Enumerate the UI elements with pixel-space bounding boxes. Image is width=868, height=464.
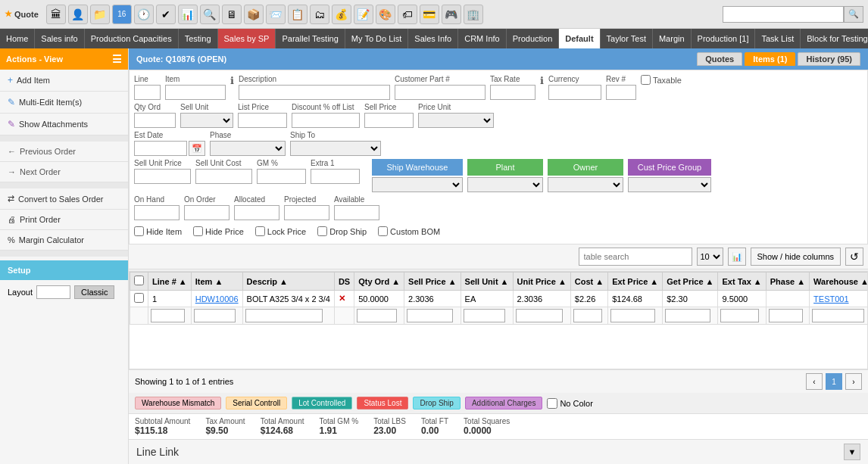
icon-building[interactable]: 🏢 (464, 5, 483, 24)
tab-taylor-test[interactable]: Taylor Test (601, 29, 653, 48)
search-get-price-input[interactable] (665, 309, 710, 322)
search-phase-input[interactable] (769, 309, 803, 322)
ship-warehouse-select[interactable] (372, 177, 463, 192)
customer-part-input[interactable] (395, 85, 486, 100)
icon-mail[interactable]: 📨 (266, 5, 286, 24)
rev-input[interactable] (606, 85, 636, 100)
icon-files[interactable]: 🗂 (310, 5, 329, 24)
icon-clock[interactable]: 🕐 (134, 5, 154, 24)
sell-price-input[interactable] (364, 113, 414, 128)
col-qty-ord[interactable]: Qty Ord ▲ (354, 272, 404, 291)
line-link-chevron-button[interactable]: ▼ (844, 444, 860, 460)
tab-quotes[interactable]: Quotes (697, 52, 742, 66)
icon-tag[interactable]: 🏷 (398, 5, 417, 24)
sell-unit-price-input[interactable] (134, 169, 191, 184)
gm-pct-input[interactable] (257, 169, 306, 184)
sell-unit-cost-input[interactable] (195, 169, 252, 184)
icon-bank[interactable]: 🏛 (46, 5, 66, 24)
tax-rate-input[interactable] (490, 85, 535, 100)
icon-monitor[interactable]: 🖥 (222, 5, 242, 24)
search-item-input[interactable] (194, 309, 236, 322)
tab-crm-info[interactable]: CRM Info (458, 29, 506, 48)
sidebar-show-attachments[interactable]: ✎ Show Attachments (0, 114, 128, 135)
search-line-input[interactable] (151, 309, 185, 322)
prev-page-button[interactable]: ‹ (806, 373, 823, 390)
page-1-button[interactable]: 1 (826, 373, 842, 390)
owner-button[interactable]: Owner (548, 159, 623, 176)
tab-block-for-testing[interactable]: Block for Testing (801, 29, 868, 48)
sidebar-previous-order[interactable]: ← Previous Order (0, 142, 128, 162)
col-ext-price[interactable]: Ext Price ▲ (608, 272, 663, 291)
plant-select[interactable] (467, 177, 543, 192)
col-sell-price[interactable]: Sell Price ▲ (404, 272, 461, 291)
search-ext-tax-input[interactable] (720, 309, 759, 322)
col-line-num[interactable]: Line # ▲ (148, 272, 192, 291)
hide-item-checkbox[interactable] (134, 226, 144, 236)
col-item[interactable]: Item ▲ (191, 272, 242, 291)
no-color-checkbox[interactable] (547, 398, 557, 409)
icon-money[interactable]: 💰 (332, 5, 351, 24)
col-cost[interactable]: Cost ▲ (570, 272, 607, 291)
ship-warehouse-button[interactable]: Ship Warehouse (372, 159, 463, 176)
ship-to-select[interactable] (290, 141, 381, 156)
search-ext-price-input[interactable] (610, 309, 655, 322)
show-hide-columns-button[interactable]: Show / hide columns (751, 248, 841, 266)
sidebar-add-item[interactable]: + Add Item (0, 70, 128, 92)
search-warehouse-input[interactable] (812, 309, 864, 322)
col-phase[interactable]: Phase ▲ (766, 272, 809, 291)
tab-parallel-testing[interactable]: Parallel Testing (276, 29, 345, 48)
icon-clipboard[interactable]: 📋 (288, 5, 308, 24)
rows-per-page-select[interactable]: 10 25 50 (697, 248, 723, 266)
icon-16[interactable]: 16 (112, 5, 132, 24)
line-input[interactable] (134, 85, 161, 100)
cust-price-group-button[interactable]: Cust Price Group (628, 159, 711, 176)
tab-task-list[interactable]: Task List (755, 29, 801, 48)
row-ds[interactable]: ✕ (334, 291, 354, 307)
search-cost-input[interactable] (573, 309, 602, 322)
sidebar-next-order[interactable]: → Next Order (0, 162, 128, 182)
row-checkbox[interactable] (134, 293, 144, 303)
tab-sales-by-sp[interactable]: Sales by SP (218, 29, 276, 48)
row-warehouse-link[interactable]: TEST001 (810, 291, 868, 307)
col-sell-unit[interactable]: Sell Unit ▲ (461, 272, 513, 291)
global-search-button[interactable]: 🔍 (844, 6, 863, 23)
layout-input[interactable] (36, 285, 70, 299)
tab-default[interactable]: Default (559, 29, 600, 48)
sidebar-multi-edit[interactable]: ✎ Multi-Edit Item(s) (0, 92, 128, 114)
row-item-link[interactable]: HDW10006 (191, 291, 242, 307)
sidebar-menu-icon[interactable]: ☰ (112, 53, 122, 65)
icon-user[interactable]: 👤 (68, 5, 88, 24)
lock-price-checkbox[interactable] (255, 226, 265, 236)
refresh-button[interactable]: ↺ (845, 248, 863, 266)
excel-export-icon[interactable]: 📊 (728, 248, 746, 266)
tab-testing[interactable]: Testing (179, 29, 218, 48)
item-input[interactable] (165, 85, 226, 100)
sidebar-margin-calc[interactable]: % Margin Calculator (0, 230, 128, 251)
discount-input[interactable] (292, 113, 360, 128)
tab-sales-info[interactable]: Sales info (35, 29, 84, 48)
owner-select[interactable] (548, 177, 623, 192)
tab-home[interactable]: Home (0, 29, 35, 48)
allocated-input[interactable] (234, 205, 279, 220)
tab-production[interactable]: Production (507, 29, 560, 48)
col-ds[interactable]: DS (334, 272, 354, 291)
icon-folder[interactable]: 📁 (90, 5, 110, 24)
on-order-input[interactable] (184, 205, 229, 220)
qty-ord-input[interactable] (134, 113, 176, 128)
col-get-price[interactable]: Get Price ▲ (663, 272, 718, 291)
col-descrip[interactable]: Descrip ▲ (242, 272, 334, 291)
plant-button[interactable]: Plant (467, 159, 543, 176)
sell-unit-select[interactable] (180, 113, 233, 128)
phase-select[interactable] (210, 141, 286, 156)
drop-ship-checkbox[interactable] (317, 226, 327, 236)
search-sell-price-input[interactable] (407, 309, 453, 322)
search-descrip-input[interactable] (245, 309, 323, 322)
global-search-input[interactable] (723, 6, 844, 23)
description-input[interactable] (239, 85, 390, 100)
search-unit-price-input[interactable] (516, 309, 563, 322)
price-unit-select[interactable] (418, 113, 494, 128)
available-input[interactable] (334, 205, 379, 220)
tab-sales-info2[interactable]: Sales Info (408, 29, 458, 48)
table-search-input[interactable] (579, 248, 692, 266)
cust-price-group-select[interactable] (628, 177, 711, 192)
